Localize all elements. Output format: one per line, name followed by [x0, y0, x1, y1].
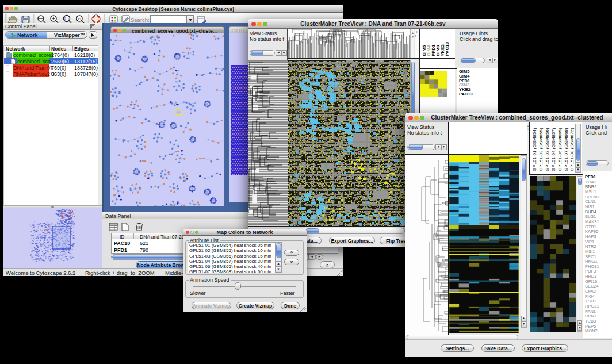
svg-text:1:1: 1:1 [78, 18, 82, 21]
